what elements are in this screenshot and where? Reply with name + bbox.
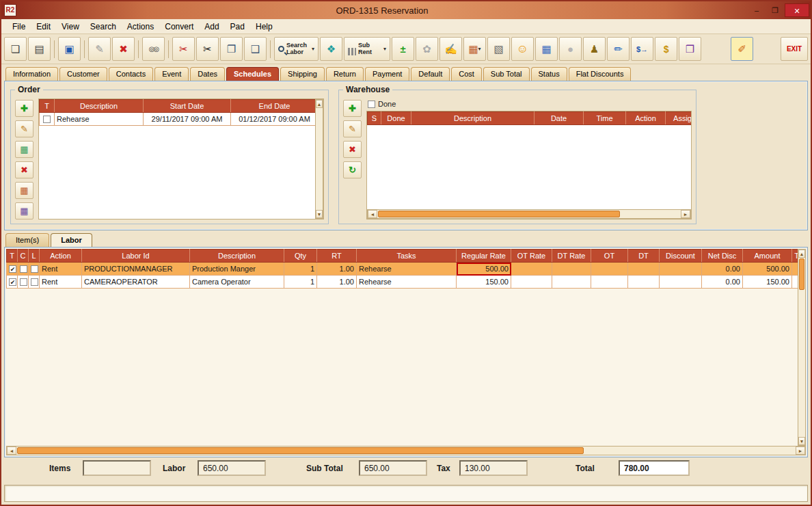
scrollbar-thumb[interactable] [378,211,620,217]
tab-return[interactable]: Return [326,67,364,81]
cell-start-date[interactable]: 29/11/2017 09:00 AM [144,113,231,126]
search-labor-button[interactable]: Search Labor ▾ [274,37,319,61]
cell-l-checkbox[interactable] [29,276,40,289]
cell-dt-rate[interactable] [552,276,591,289]
order-edit-button[interactable]: ✎ [15,120,33,137]
tab-payment[interactable]: Payment [365,67,409,81]
row-checkbox[interactable] [31,265,38,273]
copy-button[interactable]: ❐ [220,37,243,61]
cell-description[interactable]: Camera Operator [190,276,284,289]
exit-button[interactable]: EXIT [781,37,808,61]
cut-button[interactable]: ✂ [196,37,219,61]
print-button[interactable]: ▤ [28,37,51,61]
find-button[interactable]: ◎◎ [142,37,165,61]
tab-contacts[interactable]: Contacts [109,67,153,81]
scroll-left-icon[interactable]: ◄ [368,210,377,218]
tab-event[interactable]: Event [154,67,189,81]
menu-add[interactable]: Add [199,21,224,33]
cell-description[interactable]: Production Manger [190,263,284,276]
tab-sub-total[interactable]: Sub Total [483,67,530,81]
cell-action[interactable]: Rent [40,263,82,276]
tab-labor[interactable]: Labor [51,233,92,247]
cell-end-date[interactable]: 01/12/2017 09:00 AM [231,113,316,126]
cell-dt[interactable] [628,263,660,276]
wand-button[interactable]: ✐ [731,37,753,61]
tab-cost[interactable]: Cost [451,67,482,81]
cell-tasks[interactable]: Rehearse [357,276,457,289]
maximize-button[interactable]: ❐ [766,3,784,17]
cell-action[interactable]: Rent [40,276,82,289]
cell-ot-rate[interactable] [511,276,552,289]
money-button[interactable]: $ [655,37,677,61]
cell-rt[interactable]: 1.00 [317,276,357,289]
labor-row[interactable]: ✔ Rent CAMERAOPERATOR Camera Operator 1 … [7,276,798,289]
labor-vertical-scrollbar[interactable]: ▲ ▼ [798,249,806,446]
cell-amount[interactable]: 150.00 [743,276,792,289]
cell-ot[interactable] [591,263,628,276]
cell-ot[interactable] [591,276,628,289]
cell-c-checkbox[interactable] [18,263,29,276]
cell-net-disc[interactable]: 0.00 [702,263,743,276]
cell-checkbox[interactable] [40,113,55,126]
row-checkbox[interactable] [31,278,38,286]
subtotal-field[interactable]: 650.00 [359,460,427,476]
cut-red-button[interactable]: ✂ [172,37,195,61]
close-button[interactable]: ✕ [785,3,809,17]
order-vertical-scrollbar[interactable]: ▲ ▼ [315,99,323,219]
cell-qty[interactable]: 1 [284,263,317,276]
cell-discount[interactable] [660,276,702,289]
cell-regular-rate[interactable]: 500.00 [457,263,511,276]
cell-net-disc[interactable]: 0.00 [702,276,743,289]
menu-search[interactable]: Search [85,21,122,33]
tab-schedules[interactable]: Schedules [226,67,279,81]
cell-ot-rate[interactable] [511,263,552,276]
order-table-row[interactable]: Rehearse 29/11/2017 09:00 AM 01/12/2017 … [40,113,316,126]
notes-button[interactable]: ✏ [607,37,630,61]
scrollbar-thumb[interactable] [799,258,804,290]
warehouse-refresh-button[interactable]: ↻ [343,161,362,178]
scroll-left-icon[interactable]: ◄ [7,447,16,455]
shapes-button[interactable]: ❖ [320,37,342,61]
row-checkbox[interactable] [20,265,27,273]
labor-row[interactable]: ✔ Rent PRODUCTIONMANAGER Production Mang… [7,263,798,276]
cell-description[interactable]: Rehearse [55,113,144,126]
warehouse-delete-button[interactable]: ✖ [343,141,362,158]
labor-field[interactable]: 650.00 [198,460,266,476]
row-checkbox[interactable] [20,278,27,286]
tab-status[interactable]: Status [531,67,567,81]
tab-dates[interactable]: Dates [190,67,225,81]
cell-l-checkbox[interactable] [29,263,40,276]
menu-edit[interactable]: Edit [31,21,56,33]
menu-actions[interactable]: Actions [122,21,159,33]
total-field[interactable]: 780.00 [619,460,690,476]
menu-file[interactable]: File [7,21,31,33]
scroll-right-icon[interactable]: ► [681,210,690,218]
cell-extra[interactable] [792,276,798,289]
tax-field[interactable]: 130.00 [459,460,528,476]
order-planner-button[interactable]: ▦ [15,202,33,219]
order-add-button[interactable]: ✚ [15,100,33,117]
cell-tasks[interactable]: Rehearse [357,263,457,276]
cubes-button[interactable]: ❒ [679,37,701,61]
order-calendar-button[interactable]: ▦ [15,182,33,199]
cell-amount[interactable]: 500.00 [743,263,792,276]
delete-button[interactable]: ✖ [112,37,135,61]
warehouse-edit-button[interactable]: ✎ [343,120,362,137]
calendar-dropdown-button[interactable]: ▦▾ [463,37,486,61]
cell-dt[interactable] [628,276,660,289]
checklist-button[interactable]: ✍ [439,37,462,61]
menu-convert[interactable]: Convert [159,21,199,33]
cell-t-checkbox[interactable]: ✔ [7,276,18,289]
order-delete-button[interactable]: ✖ [15,161,33,178]
smiley-button[interactable]: ☺ [511,37,534,61]
cell-labor-id[interactable]: PRODUCTIONMANAGER [82,263,190,276]
scroll-up-icon[interactable]: ▲ [798,250,805,258]
minimize-button[interactable]: – [748,3,766,17]
cell-regular-rate[interactable]: 150.00 [457,276,511,289]
clover-button[interactable]: ✿ [416,37,438,61]
contacts-button[interactable]: ♟ [583,37,606,61]
cell-c-checkbox[interactable] [18,276,29,289]
menu-help[interactable]: Help [250,21,278,33]
scroll-down-icon[interactable]: ▼ [316,210,323,218]
fax-button[interactable]: ▧ [487,37,510,61]
